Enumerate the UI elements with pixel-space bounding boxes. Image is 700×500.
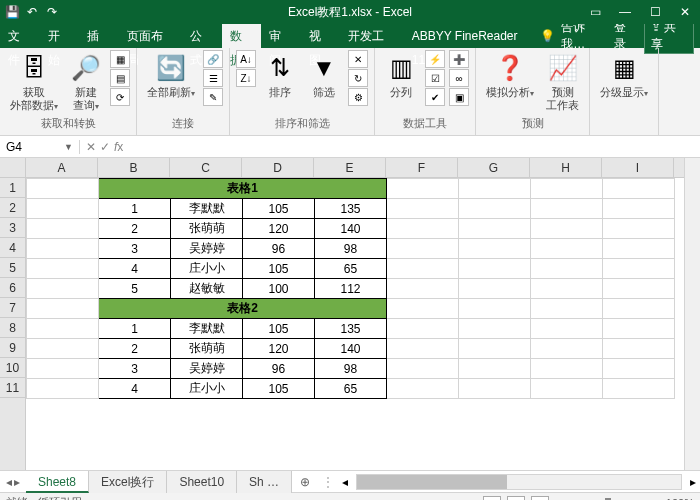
save-icon[interactable]: 💾: [4, 5, 20, 19]
view-normal-icon[interactable]: [483, 496, 501, 501]
cell[interactable]: [531, 299, 603, 319]
tab-page-layout[interactable]: 页面布局: [119, 24, 182, 48]
hscroll-left-icon[interactable]: ◂: [338, 475, 352, 489]
row-header[interactable]: 5: [0, 258, 25, 278]
cell[interactable]: [531, 239, 603, 259]
cell[interactable]: 120: [243, 339, 315, 359]
view-page-layout-icon[interactable]: [507, 496, 525, 501]
tab-view[interactable]: 视图: [301, 24, 341, 48]
properties-icon[interactable]: ☰: [203, 69, 223, 87]
cell[interactable]: 4: [99, 259, 171, 279]
zoom-percent[interactable]: 100%: [666, 497, 694, 501]
col-header[interactable]: G: [458, 158, 530, 177]
forecast-sheet-button[interactable]: 📈 预测 工作表: [542, 50, 583, 114]
cell[interactable]: 105: [243, 259, 315, 279]
cell[interactable]: [603, 279, 675, 299]
name-box[interactable]: G4 ▼: [0, 140, 80, 154]
hscroll-right-icon[interactable]: ▸: [686, 475, 700, 489]
text-to-columns-button[interactable]: ▥ 分列: [381, 50, 421, 101]
cell[interactable]: [27, 239, 99, 259]
cell[interactable]: [27, 219, 99, 239]
cell[interactable]: 赵敏敏: [171, 279, 243, 299]
cell[interactable]: [27, 339, 99, 359]
cell[interactable]: [459, 379, 531, 399]
get-external-data-button[interactable]: 🗄 获取 外部数据: [6, 50, 62, 114]
cell[interactable]: [27, 199, 99, 219]
sheet-tab[interactable]: Excel换行: [89, 471, 167, 493]
view-page-break-icon[interactable]: [531, 496, 549, 501]
cell[interactable]: [603, 379, 675, 399]
cell[interactable]: [27, 319, 99, 339]
enter-formula-icon[interactable]: ✓: [100, 140, 110, 154]
filter-button[interactable]: ▼ 筛选: [304, 50, 344, 101]
cell[interactable]: [387, 279, 459, 299]
cell[interactable]: 表格2: [99, 299, 387, 319]
tab-developer[interactable]: 开发工具: [340, 24, 403, 48]
cell[interactable]: 105: [243, 379, 315, 399]
cell[interactable]: [387, 239, 459, 259]
cell[interactable]: 120: [243, 219, 315, 239]
sheet-tab[interactable]: Sheet8: [26, 471, 89, 493]
cell[interactable]: [27, 299, 99, 319]
fx-icon[interactable]: fx: [114, 140, 123, 154]
tab-nav-next-icon[interactable]: ▸: [14, 475, 20, 489]
row-header[interactable]: 1: [0, 178, 25, 198]
col-header[interactable]: B: [98, 158, 170, 177]
clear-filter-icon[interactable]: ✕: [348, 50, 368, 68]
tab-home[interactable]: 开始: [40, 24, 80, 48]
circular-dropdown-icon[interactable]: ▾: [88, 496, 94, 500]
cell[interactable]: [531, 259, 603, 279]
cell[interactable]: 表格1: [99, 179, 387, 199]
cell[interactable]: 2: [99, 339, 171, 359]
row-header[interactable]: 3: [0, 218, 25, 238]
cell[interactable]: [531, 339, 603, 359]
consolidate-icon[interactable]: ➕: [449, 50, 469, 68]
cell[interactable]: 135: [315, 319, 387, 339]
show-queries-icon[interactable]: ▦: [110, 50, 130, 68]
cell[interactable]: [531, 199, 603, 219]
new-query-button[interactable]: 🔎 新建 查询: [66, 50, 106, 114]
cell[interactable]: [459, 359, 531, 379]
cell[interactable]: 65: [315, 259, 387, 279]
cell[interactable]: [27, 279, 99, 299]
cell[interactable]: [27, 179, 99, 199]
cell[interactable]: [531, 359, 603, 379]
col-header[interactable]: A: [26, 158, 98, 177]
ribbon-options-icon[interactable]: ▭: [580, 5, 610, 19]
row-header[interactable]: 9: [0, 338, 25, 358]
remove-dup-icon[interactable]: ☑: [425, 69, 445, 87]
sort-button[interactable]: ⇅ 排序: [260, 50, 300, 101]
cell[interactable]: [387, 319, 459, 339]
col-header[interactable]: H: [530, 158, 602, 177]
cell[interactable]: [603, 339, 675, 359]
cell[interactable]: 3: [99, 359, 171, 379]
cell[interactable]: [459, 319, 531, 339]
cell[interactable]: 吴婷婷: [171, 239, 243, 259]
cell[interactable]: [459, 179, 531, 199]
cell[interactable]: [459, 259, 531, 279]
cell[interactable]: [27, 259, 99, 279]
cell[interactable]: [387, 179, 459, 199]
cell[interactable]: [603, 259, 675, 279]
cell[interactable]: [387, 339, 459, 359]
tab-data[interactable]: 数据: [222, 24, 262, 48]
cell[interactable]: [603, 179, 675, 199]
data-model-icon[interactable]: ▣: [449, 88, 469, 106]
cell[interactable]: 96: [243, 359, 315, 379]
cell[interactable]: 庄小小: [171, 259, 243, 279]
cell[interactable]: [459, 199, 531, 219]
zoom-out-button[interactable]: −: [555, 497, 561, 501]
redo-icon[interactable]: ↷: [44, 5, 60, 19]
cell[interactable]: 庄小小: [171, 379, 243, 399]
cell[interactable]: 2: [99, 219, 171, 239]
cell[interactable]: [531, 179, 603, 199]
relationships-icon[interactable]: ∞: [449, 69, 469, 87]
cell[interactable]: 3: [99, 239, 171, 259]
vertical-scrollbar[interactable]: [684, 158, 700, 470]
sheet-tab[interactable]: Sheet10: [167, 471, 237, 493]
cell[interactable]: [603, 359, 675, 379]
cell[interactable]: [459, 299, 531, 319]
cell[interactable]: [387, 199, 459, 219]
cell[interactable]: 140: [315, 219, 387, 239]
what-if-button[interactable]: ❓ 模拟分析: [482, 50, 538, 101]
